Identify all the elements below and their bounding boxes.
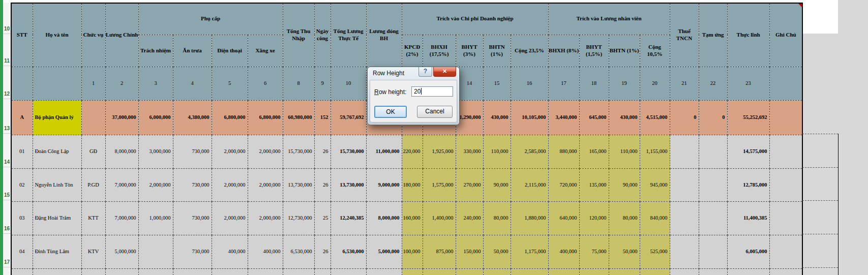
cell-chuc-vu[interactable]: KTT — [81, 201, 105, 235]
row-number-16[interactable]: 16 — [3, 200, 11, 234]
cell-thuc-linh[interactable]: 14,575,000 — [727, 135, 769, 168]
cell-bhxh-8[interactable]: 3,440,000 — [548, 100, 579, 135]
cell-ho-va-ten[interactable]: Nguyễn Linh Tòn — [33, 168, 81, 201]
cell-bhyt-15[interactable]: 75,000 — [579, 235, 609, 268]
dialog-title[interactable]: Row Height — [373, 70, 404, 77]
cell-empty[interactable] — [33, 268, 81, 275]
header-cong-235[interactable]: Cộng 23,5% — [511, 35, 548, 67]
cell-empty[interactable] — [81, 268, 105, 275]
cell-thuc-linh[interactable]: 6,005,000 — [727, 235, 769, 268]
cell-thuc-linh[interactable]: 12,785,000 — [727, 168, 769, 201]
cell-bhxh-8[interactable]: 640,000 — [548, 201, 579, 235]
cell-cong-235[interactable]: 10,105,000 — [511, 100, 548, 135]
col-num[interactable]: 15 — [483, 67, 511, 100]
header-thue-tncn[interactable]: Thuế TNCN — [670, 3, 699, 67]
cell-chuc-vu[interactable]: P.GD — [81, 168, 105, 201]
col-num[interactable] — [769, 67, 802, 100]
cell-luong-chinh[interactable]: 37,000,000 — [105, 100, 138, 135]
header-tong-luong-thuc-te[interactable]: Tổng Lương Thực Tế — [331, 3, 366, 67]
cell-stt[interactable]: 01 — [11, 135, 33, 168]
col-num[interactable]: 4 — [173, 67, 212, 100]
cell-stt[interactable]: 03 — [11, 201, 33, 235]
header-trach-nhiem[interactable]: Trách nhiệm — [138, 35, 173, 67]
header-chuc-vu[interactable]: Chức vụ — [81, 3, 105, 67]
cell-tong-thu-nhap[interactable]: 13,730,000 — [283, 168, 314, 201]
col-num[interactable] — [11, 67, 33, 100]
cell-an-trua[interactable]: 730,000 — [173, 235, 212, 268]
help-button[interactable]: ? — [418, 67, 432, 77]
cell-bhxh-175[interactable]: 1,925,000 — [423, 135, 456, 168]
cell-stt[interactable]: 04 — [11, 235, 33, 268]
cell-ho-va-ten[interactable]: Đinh Tùng Lâm — [33, 235, 81, 268]
cell-tong-luong-thuc-te[interactable]: 59,767,692 — [331, 100, 366, 135]
header-bhtn-1b[interactable]: BHTN (1%) — [609, 35, 640, 67]
col-num[interactable]: 2 — [105, 67, 138, 100]
cell-bhxh-175[interactable]: 1,400,000 — [423, 201, 456, 235]
cell-bhtn-1[interactable]: 50,000 — [483, 235, 511, 268]
col-num[interactable]: 14 — [456, 67, 483, 100]
col-num[interactable]: 9 — [314, 67, 331, 100]
col-num[interactable]: 23 — [727, 67, 769, 100]
cell-empty[interactable] — [511, 268, 548, 275]
col-num[interactable]: 22 — [699, 67, 727, 100]
header-ho-va-ten[interactable]: Họ và tên — [33, 3, 81, 67]
cell-empty[interactable] — [283, 268, 314, 275]
cell-kpcd[interactable]: 160,000 — [402, 201, 423, 235]
cell-bhyt-15[interactable]: 120,000 — [579, 201, 609, 235]
col-num[interactable]: 16 — [511, 67, 548, 100]
cell-ghi-chu[interactable] — [769, 168, 802, 201]
row-number-12[interactable]: 12 — [3, 66, 11, 99]
cell-empty[interactable] — [423, 268, 456, 275]
col-num[interactable]: 5 — [212, 67, 248, 100]
cell-dien-thoai[interactable]: 6,800,000 — [212, 100, 248, 135]
cell-cong-105[interactable]: 4,515,000 — [640, 100, 670, 135]
header-bhyt-15[interactable]: BHYT (1,5%) — [579, 35, 609, 67]
cell-thue-tncn[interactable] — [670, 168, 699, 201]
cell-xang-xe[interactable]: 2,000,000 — [248, 135, 283, 168]
cell-thue-tncn[interactable]: 0 — [670, 100, 699, 135]
cell-thue-tncn[interactable] — [670, 135, 699, 168]
cell-an-trua[interactable]: 4,380,000 — [173, 100, 212, 135]
cell-ngay-cong[interactable]: 26 — [314, 135, 331, 168]
header-bhxh-8[interactable]: BHXH (8%) — [548, 35, 579, 67]
cell-cong-235[interactable]: 1,880,000 — [511, 201, 548, 235]
cell-kpcd[interactable]: 220,000 — [402, 135, 423, 168]
cell-empty[interactable] — [456, 268, 483, 275]
cell-cong-235[interactable]: 2,115,000 — [511, 168, 548, 201]
cell-tong-luong-thuc-te[interactable]: 12,240,385 — [331, 201, 366, 235]
cell-bhxh-8[interactable]: 400,000 — [548, 235, 579, 268]
cell-empty[interactable] — [769, 268, 802, 275]
cell-luong-chinh[interactable]: 8,000,000 — [105, 135, 138, 168]
cell-empty[interactable] — [248, 268, 283, 275]
row-number-10[interactable]: 10 — [3, 3, 11, 34]
cell-cong-235[interactable]: 2,585,000 — [511, 135, 548, 168]
col-num[interactable]: 6 — [248, 67, 283, 100]
cell-empty[interactable] — [483, 268, 511, 275]
header-luong-dong-bh[interactable]: Lương đóng BH — [366, 3, 402, 67]
cell-trach-nhiem[interactable]: 2,000,000 — [138, 168, 173, 201]
header-group-trich-cpdn[interactable]: Trích vào Chi phí Doanh nghiệp — [402, 3, 548, 35]
col-num[interactable]: 21 — [670, 67, 699, 100]
cell-ghi-chu[interactable] — [769, 100, 802, 135]
cell-bhxh-175[interactable]: 1,575,000 — [423, 168, 456, 201]
cell-tong-thu-nhap[interactable]: 12,730,000 — [283, 201, 314, 235]
cell-tong-thu-nhap[interactable]: 6,530,000 — [283, 235, 314, 268]
col-num[interactable]: 18 — [579, 67, 609, 100]
col-num[interactable]: 10 — [331, 67, 366, 100]
row-height-input[interactable]: 20 — [411, 86, 453, 97]
header-an-trua[interactable]: Ăn trưa — [173, 35, 212, 67]
cell-empty[interactable] — [105, 268, 138, 275]
cell-tong-luong-thuc-te[interactable]: 13,730,000 — [331, 168, 366, 201]
row-number-15[interactable]: 15 — [3, 167, 11, 200]
cell-bhyt-3[interactable]: 240,000 — [456, 201, 483, 235]
cell-tam-ung[interactable] — [699, 168, 727, 201]
cell-xang-xe[interactable]: 6,800,000 — [248, 100, 283, 135]
cell-chuc-vu[interactable]: KTV — [81, 235, 105, 268]
cell-empty[interactable] — [579, 268, 609, 275]
row-number-17[interactable]: 17 — [3, 234, 11, 267]
col-num[interactable] — [33, 67, 81, 100]
cell-bhtn-1[interactable]: 110,000 — [483, 135, 511, 168]
cell-empty[interactable] — [314, 268, 331, 275]
cell-trach-nhiem[interactable]: 3,000,000 — [138, 135, 173, 168]
cell-bhtn-1b[interactable]: 50,000 — [609, 235, 640, 268]
